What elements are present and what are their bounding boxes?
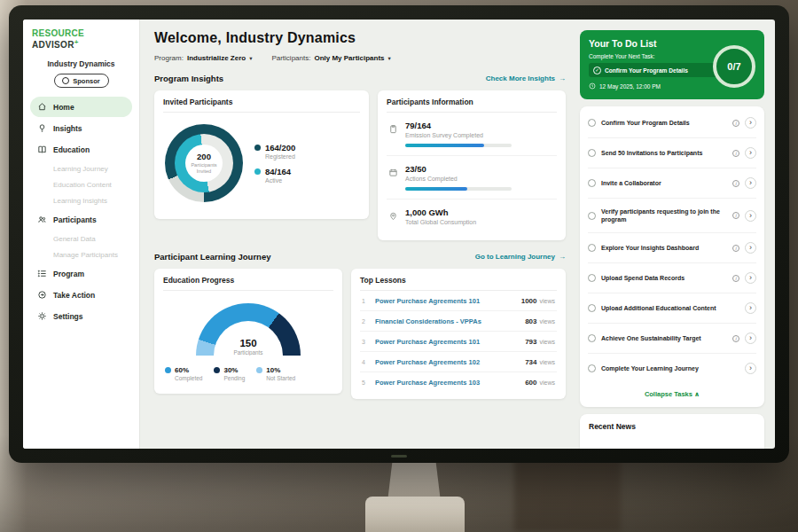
task-checkbox[interactable] [588, 364, 596, 372]
task-label: Verify participants requesting to join t… [601, 207, 727, 223]
lesson-rank: 1 [362, 298, 369, 304]
active-label: Active [265, 177, 295, 184]
monitor-stand-neck [387, 458, 441, 502]
task-checkbox[interactable] [588, 179, 596, 187]
learning-journey-header: Participant Learning Journey Go to Learn… [154, 252, 566, 262]
sidebar-item-settings[interactable]: Settings [30, 306, 132, 326]
todo-next-task[interactable]: ✓ Confirm Your Program Details [589, 63, 718, 77]
sponsor-badge[interactable]: Sponsor [54, 74, 109, 88]
chevron-right-icon[interactable]: › [745, 363, 756, 374]
info-icon[interactable]: i [732, 335, 739, 342]
lesson-row: 4 Power Purchase Agreements 102 734views [360, 352, 557, 372]
chevron-right-icon[interactable]: › [745, 272, 756, 284]
todo-column: Your To Do List Complete Your Next Task:… [576, 20, 775, 449]
task-checkbox[interactable] [588, 212, 596, 220]
info-icon[interactable]: i [732, 150, 739, 157]
legend-pending: 30% Pending [214, 366, 245, 381]
lesson-link[interactable]: Financial Considerations - VPPAs [375, 317, 519, 325]
task-label: Confirm Your Program Details [601, 119, 727, 127]
chevron-right-icon[interactable]: › [745, 147, 756, 159]
collapse-label: Collapse Tasks [645, 390, 692, 398]
lesson-link[interactable]: Power Purchase Agreements 102 [375, 358, 519, 366]
lesson-views-value: 734 [525, 358, 536, 366]
task-row[interactable]: Explore Your Insights Dashboard i › [588, 233, 756, 263]
info-icon[interactable]: i [732, 120, 739, 127]
actions-completed-value: 23/50 [405, 164, 512, 174]
gauge-center: 150 Participants [214, 321, 283, 356]
app-logo: RESOURCE ADVISOR+ [30, 28, 132, 50]
task-checkbox[interactable] [588, 304, 596, 312]
todo-header-card: Your To Do List Complete Your Next Task:… [580, 30, 764, 99]
gear-icon [37, 311, 47, 321]
completed-dot [165, 367, 171, 373]
task-row[interactable]: Upload Spend Data Records i › [588, 263, 756, 293]
lesson-rank: 5 [362, 379, 369, 386]
sidebar-item-manage-participants[interactable]: Manage Participants [30, 246, 132, 262]
sidebar-item-label: Insights [53, 124, 82, 133]
chevron-right-icon[interactable]: › [745, 210, 756, 222]
task-checkbox[interactable] [588, 274, 596, 282]
emission-survey-value: 79/164 [405, 121, 512, 130]
lesson-rank: 4 [362, 359, 369, 365]
lesson-link[interactable]: Power Purchase Agreements 103 [375, 379, 519, 387]
sidebar-item-take-action[interactable]: Take Action [30, 285, 132, 305]
task-row[interactable]: Upload Additional Educational Content › [588, 293, 756, 324]
task-row[interactable]: Complete Your Learning Journey › [588, 354, 756, 383]
info-icon[interactable]: i [732, 245, 739, 252]
task-checkbox[interactable] [588, 334, 596, 342]
info-icon[interactable]: i [732, 180, 739, 187]
bulb-icon [37, 123, 47, 133]
task-checkbox[interactable] [588, 244, 596, 252]
sidebar-nav: Home Insights Education Learning Journey… [30, 97, 132, 326]
todo-progress-value: 0/7 [727, 61, 740, 72]
monitor-power-led [391, 455, 407, 458]
registered-value: 164/200 [265, 143, 295, 153]
not-started-value: 10% [266, 366, 280, 374]
task-row[interactable]: Send 50 Invitations to Participants i › [588, 138, 756, 168]
task-checkbox[interactable] [588, 149, 596, 157]
task-row[interactable]: Achieve One Sustainability Target i › [588, 324, 756, 354]
task-row[interactable]: Confirm Your Program Details i › [588, 108, 756, 138]
sidebar-item-learning-insights[interactable]: Learning Insights [30, 192, 132, 208]
sidebar-item-general-data[interactable]: General Data [30, 231, 132, 246]
sidebar-item-participants[interactable]: Participants [30, 209, 132, 230]
lesson-link[interactable]: Power Purchase Agreements 101 [375, 338, 519, 346]
recent-news-card: Recent News [580, 414, 764, 449]
actions-completed-row: 23/50 Actions Completed [387, 156, 557, 200]
calendar-icon [388, 165, 398, 175]
lesson-link[interactable]: Power Purchase Agreements 101 [375, 297, 515, 305]
participants-filter[interactable]: Participants: Only My Participants ▾ [271, 54, 390, 62]
sidebar-item-learning-journey[interactable]: Learning Journey [30, 160, 132, 176]
book-icon [37, 145, 47, 154]
chevron-right-icon[interactable]: › [745, 332, 756, 344]
sidebar-item-home[interactable]: Home [30, 97, 132, 117]
top-lessons-card: Top Lessons 1 Power Purchase Agreements … [351, 269, 566, 399]
recent-news-title: Recent News [589, 422, 636, 431]
chevron-right-icon[interactable]: › [745, 177, 756, 189]
task-label: Invite a Collaborator [601, 179, 727, 187]
page-title: Welcome, Industry Dynamics [154, 30, 566, 46]
info-icon[interactable]: i [732, 275, 739, 282]
sidebar-item-insights[interactable]: Insights [30, 118, 132, 138]
task-label: Achieve One Sustainability Target [601, 334, 727, 342]
insights-cards-row: Invited Participants 200 Participants In… [154, 90, 566, 240]
logo-secondary: ADVISOR [32, 40, 74, 50]
check-more-insights-link[interactable]: Check More Insights → [486, 74, 566, 82]
chevron-right-icon[interactable]: › [745, 242, 756, 254]
sponsor-badge-label: Sponsor [73, 77, 99, 85]
sidebar-item-education[interactable]: Education [30, 139, 132, 160]
task-label: Complete Your Learning Journey [601, 364, 739, 372]
emission-survey-progress [405, 144, 512, 147]
program-filter[interactable]: Program: Industrialize Zero ▾ [154, 54, 252, 62]
collapse-tasks-link[interactable]: Collapse Tasks ∧ [588, 383, 756, 405]
go-to-learning-journey-link[interactable]: Go to Learning Journey → [475, 253, 566, 261]
info-icon[interactable]: i [732, 212, 739, 219]
task-row[interactable]: Invite a Collaborator i › [588, 168, 756, 199]
chevron-right-icon[interactable]: › [745, 302, 756, 314]
task-checkbox[interactable] [588, 119, 596, 127]
sidebar-item-education-content[interactable]: Education Content [30, 176, 132, 192]
task-row[interactable]: Verify participants requesting to join t… [588, 199, 756, 233]
consumption-value: 1,000 GWh [405, 207, 476, 217]
sidebar-item-program[interactable]: Program [30, 263, 132, 284]
chevron-right-icon[interactable]: › [745, 117, 756, 129]
